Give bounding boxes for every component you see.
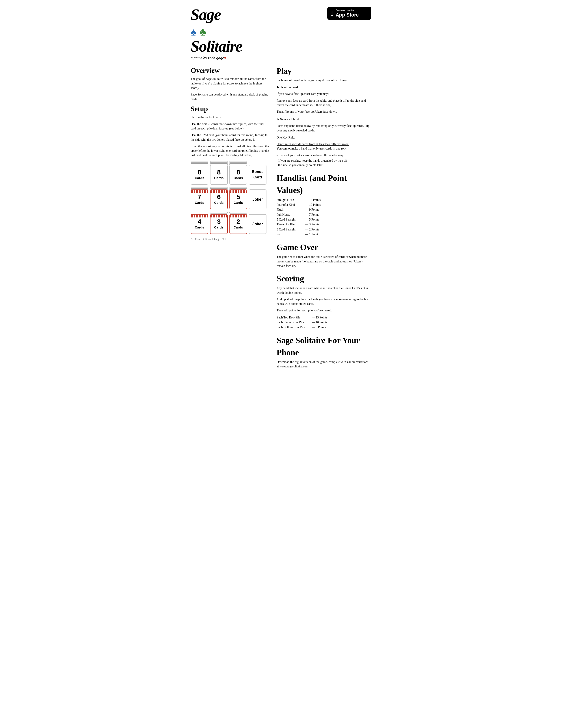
scoring-title: Scoring <box>277 273 371 285</box>
scoring-label: Each Center Row Pile <box>277 320 312 325</box>
scoring-points: — 5 Points <box>312 325 329 330</box>
footer-credit: All Content © Zach Gage, 2015 <box>191 237 270 241</box>
handlist-row: Straight Flush— 15 Points <box>277 198 322 202</box>
scoring-para2: Add up all of the points for hands you h… <box>277 297 371 306</box>
phone-title: Sage Solitaire For Your Phone <box>277 334 371 359</box>
logo-area: Sage ♠ ♣ Solitaire a game by zach gage♥ <box>191 7 266 61</box>
card-row-2: 7 Cards 6 Cards 5 Cards <box>191 186 270 209</box>
heart-icon: ♥ <box>224 56 226 60</box>
action1-if: If you have a face-up Joker card you may… <box>277 92 371 96</box>
pile-8-2: 8 Cards <box>210 161 228 185</box>
play-intro: Each turn of Sage Solitaire you may do o… <box>277 78 371 82</box>
play-title: Play <box>277 65 371 77</box>
scoring-points: — 10 Points <box>312 320 329 325</box>
hand-points: — 15 Points <box>305 198 322 202</box>
hand-name: 3 Card Straight <box>277 227 305 232</box>
setup-section: Setup Shuffle the deck of cards. Deal th… <box>191 104 270 158</box>
card-row-1: 8 Cards 8 Cards 8 Cards <box>191 161 270 185</box>
game-over-body: The game ends either when the table is c… <box>277 255 371 268</box>
hand-points: — 1 Point <box>305 232 322 237</box>
setup-title: Setup <box>191 104 270 114</box>
overview-title: Overview <box>191 65 270 75</box>
handlist-row: Three of a Kind— 3 Points <box>277 222 322 227</box>
action1-then: Then, flip one of your face-up Jokers fa… <box>277 110 371 114</box>
joker-card-1: Joker <box>249 189 267 209</box>
hand-points: — 7 Points <box>305 212 322 217</box>
hand-name: Four of a Kind <box>277 202 305 207</box>
bonus-card: BonusCard <box>249 165 267 185</box>
joker-card-2: Joker <box>249 214 267 234</box>
pile-8-3: 8 Cards <box>230 161 248 185</box>
action2-title: 2- Score a Hand <box>277 117 371 122</box>
title-suit-club: ♣ <box>200 26 206 38</box>
handlist-row: 5 Card Straight— 5 Points <box>277 217 322 222</box>
game-over-section: Game Over The game ends either when the … <box>277 241 371 268</box>
hand-name: 5 Card Straight <box>277 217 305 222</box>
scoring-label: Each Top Row Pile <box>277 315 312 320</box>
phone-section: Sage Solitaire For Your Phone Download t… <box>277 334 371 369</box>
setup-para4: I find the easiest way to do this is to … <box>191 144 270 158</box>
scoring-para1: Any hand that includes a card whose suit… <box>277 286 371 295</box>
scoring-table: Each Top Row Pile— 15 PointsEach Center … <box>277 315 371 330</box>
page-header: Sage ♠ ♣ Solitaire a game by zach gage♥ … <box>191 7 371 61</box>
pile-3: 3 Cards <box>210 211 228 234</box>
pile-7: 7 Cards <box>191 186 209 209</box>
card-row-3: 4 Cards 3 Cards 2 Cards <box>191 211 270 234</box>
scoring-row: Each Bottom Row Pile— 5 Points <box>277 325 329 330</box>
subtitle: a game by zach gage♥ <box>191 55 266 61</box>
title-line2: Solitaire <box>191 37 242 55</box>
handlist-row: 3 Card Straight— 2 Points <box>277 227 322 232</box>
action1-section: 1- Trash a card If you have a face-up Jo… <box>277 85 371 114</box>
title-line1: Sage <box>191 6 221 23</box>
bullet-1: - If any of your Jokers are face-down, f… <box>277 153 371 158</box>
bonus-card-cell: BonusCard <box>249 161 267 185</box>
pile-5: 5 Cards <box>230 186 248 209</box>
apple-icon:  <box>331 8 333 18</box>
bullet-2: - If you are scoring, keep the hands org… <box>277 159 371 168</box>
overview-para2: Sage Solitaire can be played with any st… <box>191 92 270 101</box>
main-content: Overview The goal of Sage Solitaire is t… <box>191 65 371 371</box>
handlist-row: Flush— 9 Points <box>277 207 322 212</box>
action1-title: 1- Trash a card <box>277 85 371 90</box>
joker-card-2-cell: Joker <box>249 211 267 234</box>
scoring-label: Each Bottom Row Pile <box>277 325 312 330</box>
game-over-title: Game Over <box>277 241 371 253</box>
one-key-rule: Hands must include cards from at least t… <box>277 142 371 151</box>
hand-name: Straight Flush <box>277 198 305 202</box>
joker-card-1-cell: Joker <box>249 186 267 209</box>
pile-2: 2 Cards <box>230 211 248 234</box>
pile-8-1: 8 Cards <box>191 161 209 185</box>
pile-6: 6 Cards <box>210 186 228 209</box>
handlist-section: Handlist (and Point Values) Straight Flu… <box>277 172 371 237</box>
badge-text: Download on the App Store <box>336 9 359 18</box>
setup-para3: Deal the 52nd card (your bonus card for … <box>191 133 270 142</box>
download-on-label: Download on the <box>336 9 359 12</box>
card-grid: 8 Cards 8 Cards 8 Cards <box>191 161 270 234</box>
action2-section: 2- Score a Hand Form any hand listed bel… <box>277 117 371 133</box>
action2-body: Form any hand listed below by removing o… <box>277 124 371 133</box>
left-column: Overview The goal of Sage Solitaire is t… <box>191 65 270 371</box>
app-store-label: App Store <box>336 12 359 18</box>
hand-points: — 5 Points <box>305 217 322 222</box>
handlist-title: Handlist (and Point Values) <box>277 172 371 196</box>
hand-name: Three of a Kind <box>277 222 305 227</box>
scoring-row: Each Top Row Pile— 15 Points <box>277 315 329 320</box>
right-column: Play Each turn of Sage Solitaire you may… <box>277 65 371 371</box>
hand-points: — 2 Points <box>305 227 322 232</box>
phone-body: Download the digial version of the game,… <box>277 360 371 369</box>
scoring-row: Each Center Row Pile— 10 Points <box>277 320 329 325</box>
hand-name: Pair <box>277 232 305 237</box>
handlist-row: Full House— 7 Points <box>277 212 322 217</box>
handlist-row: Pair— 1 Point <box>277 232 322 237</box>
game-title: Sage ♠ ♣ Solitaire <box>191 7 266 54</box>
appstore-badge[interactable]:  Download on the App Store <box>327 7 371 20</box>
setup-para2: Deal the first 51 cards face-down into 9… <box>191 122 270 131</box>
title-suit-spade: ♠ <box>191 26 196 38</box>
scoring-para3: Then add points for each pile you've cle… <box>277 308 371 313</box>
hand-points: — 10 Points <box>305 202 322 207</box>
one-key-rule-label: One Key Rule: <box>277 135 371 140</box>
setup-para1: Shuffle the deck of cards. <box>191 115 270 120</box>
handlist-table: Straight Flush— 15 PointsFour of a Kind—… <box>277 198 371 237</box>
hand-points: — 3 Points <box>305 222 322 227</box>
overview-section: Overview The goal of Sage Solitaire is t… <box>191 65 270 101</box>
